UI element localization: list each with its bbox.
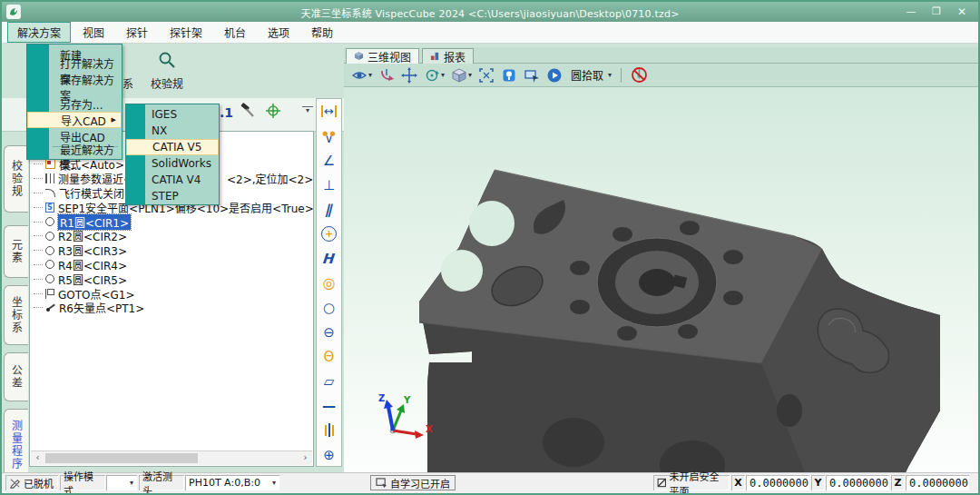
submenu-item-iges[interactable]: IGES — [126, 106, 219, 123]
scroll-left-arrow[interactable]: ‹ — [32, 452, 44, 463]
tree-item-circle-r3[interactable]: R3圆<CIR3> — [34, 243, 311, 258]
sidebar-tab-gauge[interactable]: 校验规 — [4, 145, 28, 213]
circle-icon — [45, 260, 54, 269]
tree-branch-line — [34, 235, 43, 236]
tree-item-label: 飞行模式关闭 — [59, 185, 124, 201]
sidebar-tab-elements[interactable]: 元素 — [4, 225, 28, 278]
report-mini-icon — [430, 51, 440, 64]
scroll-right-arrow[interactable]: › — [299, 452, 311, 463]
menubar-item-solution[interactable]: 解决方案 — [7, 22, 71, 43]
perpendicularity-icon[interactable]: ⊥ — [317, 173, 341, 197]
view-toolbar: ▾ ▾ ▾ 圆拾取 ▾ — [344, 64, 980, 87]
submenu-item-catia-v5[interactable]: CATIA V5 — [126, 139, 219, 155]
straightness-icon[interactable]: — — [317, 393, 341, 418]
probe-disabled-button[interactable] — [631, 66, 648, 84]
pan-icon — [401, 67, 417, 84]
eye-icon — [351, 67, 368, 84]
view-visibility-button[interactable]: ▾ — [351, 67, 372, 84]
tree-item-vector-point[interactable]: R6矢量点<PT1> — [34, 301, 311, 315]
flatness-icon[interactable]: ▱ — [317, 369, 341, 393]
position-target-icon[interactable]: + — [317, 222, 341, 246]
orbit-button[interactable]: ▾ — [424, 67, 445, 84]
menu-item-recent-solutions[interactable]: 最近解决方案... — [27, 149, 122, 165]
tree-item-circle-r1[interactable]: R1圆<CIR1> — [34, 214, 311, 229]
swing-rotate-button[interactable] — [378, 67, 395, 84]
construct-hammer-icon[interactable] — [239, 102, 257, 124]
menubar-item-probe[interactable]: 探针 — [116, 22, 158, 43]
tree-branch-line — [34, 264, 43, 265]
position2-icon[interactable]: ⊕ — [317, 442, 341, 467]
active-probe-value: PH10T A:0,B:0 — [189, 477, 260, 489]
angularity-icon[interactable]: H — [317, 246, 341, 271]
close-button[interactable]: ✕ — [951, 5, 973, 19]
green-position-icon[interactable] — [264, 102, 282, 124]
maximize-button[interactable]: ❐ — [926, 5, 947, 19]
tab-3d-view[interactable]: 三维视图 — [346, 48, 419, 64]
parallelism-icon[interactable]: ∥ — [317, 197, 341, 222]
angle-icon[interactable]: ∠ — [317, 148, 341, 173]
tree-item-label: 测量参数逼近< — [58, 171, 132, 186]
coord-x-label: X — [731, 475, 745, 490]
menubar-item-view[interactable]: 视图 — [73, 22, 114, 43]
menu-item-save-solution[interactable]: 保存解决方案 — [27, 79, 122, 95]
coord-y-label: Y — [811, 475, 825, 490]
menu-item-import-cad[interactable]: 导入CAD ▶ — [27, 112, 122, 128]
tree-item-circle-r4[interactable]: R4圆<CIR4> — [34, 258, 311, 272]
tree-item-label-cont: <2>,定位加<2>,测量- — [227, 172, 314, 186]
coord-y-value: 0.0000000 — [826, 475, 889, 490]
submenu-item-nx[interactable]: NX — [126, 123, 219, 139]
tolerance-icon[interactable]: .1 — [220, 105, 233, 120]
symmetry-icon[interactable] — [317, 418, 341, 442]
angle-point-icon[interactable]: ● ●∨ — [317, 124, 341, 148]
menubar-item-options[interactable]: 选项 — [258, 22, 299, 43]
menu-item-save-as[interactable]: 另存为... — [27, 95, 122, 112]
concentricity-icon[interactable]: ◎ — [317, 271, 341, 295]
toolbar-overflow-button[interactable]: ▾ — [302, 106, 313, 114]
tree-item-circle-r2[interactable]: R2圆<CIR2> — [34, 229, 311, 243]
pin-view-button[interactable] — [501, 67, 517, 84]
view-cube-button[interactable]: ▾ — [451, 67, 472, 84]
submenu-item-solidworks[interactable]: SolidWorks — [126, 155, 219, 172]
chevron-down-icon: ▾ — [441, 71, 445, 79]
self-learn-toggle[interactable]: 自学习已开启 — [370, 475, 456, 490]
tree-branch-line — [34, 293, 43, 294]
self-learn-icon — [376, 478, 387, 489]
pick-mode-label: 圆拾取 — [571, 67, 603, 83]
scrollbar-thumb[interactable] — [45, 453, 198, 463]
goto-flag-icon — [45, 289, 54, 299]
viewport-3d[interactable]: X Y Z — [344, 87, 980, 472]
active-probe-select[interactable]: PH10T A:0,B:0 ▾ — [185, 475, 279, 490]
pick-mode-dropdown[interactable]: 圆拾取 ▾ — [569, 67, 612, 83]
menubar-item-help[interactable]: 帮助 — [301, 22, 343, 43]
submenu-item-catia-v4[interactable]: CATIA V4 — [126, 172, 219, 188]
total-runout-icon[interactable]: Θ — [317, 344, 341, 369]
operation-mode-label: 操作模式 — [60, 475, 105, 490]
no-safety-plane-icon — [657, 477, 667, 489]
circle-tool-icon[interactable]: ○ — [317, 295, 341, 320]
sidebar-tab-coordsys[interactable]: 坐标系 — [4, 285, 28, 345]
offline-status: 已脱机 — [5, 475, 58, 490]
sidebar-tab-measure-program[interactable]: 测量程序 — [4, 409, 28, 481]
distance-icon[interactable]: ↔ — [317, 99, 341, 124]
runout-icon[interactable]: ⊖ — [317, 320, 341, 344]
window-select-button[interactable] — [524, 67, 540, 84]
tree-item-label: R6矢量点<PT1> — [59, 300, 144, 315]
tree-item-goto[interactable]: GOTO点<G1> — [34, 286, 311, 301]
zoom-fit-button[interactable] — [478, 67, 495, 84]
pan-button[interactable] — [401, 67, 417, 84]
tree-horizontal-scrollbar[interactable]: ‹ › — [31, 450, 312, 465]
parameters-icon — [45, 173, 54, 183]
safety-plane-icon: S — [45, 203, 54, 213]
run-button[interactable] — [546, 67, 563, 84]
tree-item-label: R4圆<CIR4> — [58, 257, 127, 272]
tab-report[interactable]: 报表 — [422, 48, 474, 64]
menubar-item-probe-rack[interactable]: 探针架 — [160, 22, 212, 43]
gauge-check-button[interactable]: 校验规 — [145, 47, 189, 94]
minimize-button[interactable]: — — [900, 5, 922, 19]
menubar-item-machine[interactable]: 机台 — [214, 22, 256, 43]
operation-mode-select[interactable]: ▾ — [106, 475, 137, 490]
tree-item-circle-r5[interactable]: R5圆<CIR5> — [34, 272, 311, 286]
submenu-item-step[interactable]: STEP — [126, 188, 219, 204]
circle-icon — [45, 232, 54, 241]
sidebar-tab-tolerance[interactable]: 公差 — [4, 352, 28, 401]
